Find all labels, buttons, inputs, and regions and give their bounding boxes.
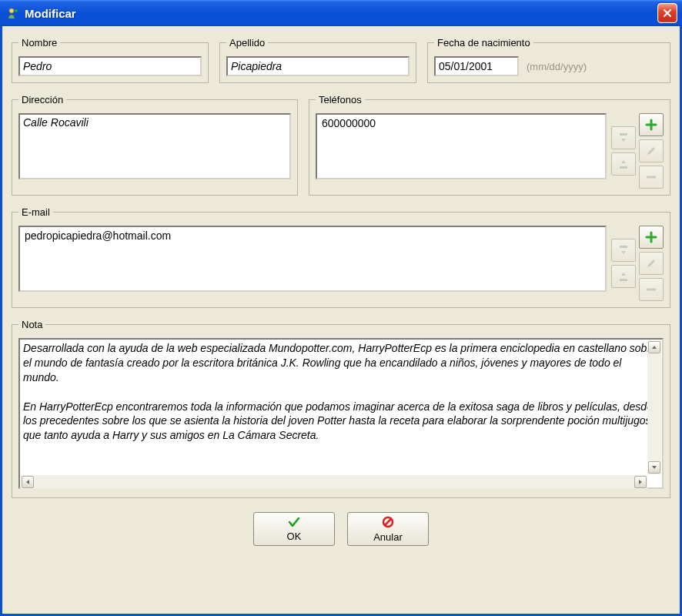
list-item[interactable]: 600000000 bbox=[320, 116, 602, 130]
group-apellido: Apellido bbox=[219, 37, 416, 83]
list-emails[interactable]: pedropicapiedra@hotmail.com bbox=[18, 226, 607, 292]
label-nombre: Nombre bbox=[18, 37, 60, 49]
group-fecha: Fecha de nacimiento (mm/dd/yyyy) bbox=[427, 37, 670, 83]
label-telefonos: Teléfonos bbox=[316, 94, 365, 105]
remove-button[interactable] bbox=[639, 166, 664, 189]
add-button[interactable] bbox=[639, 226, 664, 249]
group-direccion: Dirección bbox=[12, 94, 298, 196]
remove-button[interactable] bbox=[639, 278, 664, 301]
dialog-body: Nombre Apellido Fecha de nacimiento (mm/… bbox=[0, 26, 682, 616]
textarea-nota[interactable] bbox=[18, 338, 664, 489]
svg-rect-3 bbox=[620, 246, 627, 248]
group-nombre: Nombre bbox=[12, 37, 209, 83]
label-apellido: Apellido bbox=[226, 37, 268, 49]
cancel-label: Anular bbox=[373, 531, 403, 543]
app-icon bbox=[6, 6, 20, 20]
input-apellido[interactable] bbox=[226, 56, 410, 76]
svg-rect-1 bbox=[620, 133, 627, 136]
move-up-button[interactable] bbox=[611, 126, 636, 149]
textarea-direccion[interactable] bbox=[18, 113, 291, 179]
move-up-button[interactable] bbox=[611, 239, 636, 262]
check-icon bbox=[288, 517, 300, 530]
close-button[interactable] bbox=[657, 3, 677, 23]
hint-fecha: (mm/dd/yyyy) bbox=[527, 61, 587, 72]
horizontal-scrollbar[interactable] bbox=[21, 475, 647, 489]
list-item[interactable]: pedropicapiedra@hotmail.com bbox=[23, 229, 602, 243]
scroll-down-icon[interactable] bbox=[648, 461, 660, 474]
window-title: Modificar bbox=[25, 7, 657, 20]
edit-button[interactable] bbox=[639, 139, 664, 162]
cancel-button[interactable]: Anular bbox=[347, 512, 429, 546]
ok-label: OK bbox=[287, 531, 302, 542]
svg-rect-2 bbox=[620, 166, 627, 169]
input-fecha[interactable] bbox=[434, 56, 519, 76]
list-telefonos[interactable]: 600000000 bbox=[316, 113, 607, 179]
group-email: E-mail pedropicapiedra@hotmail.com bbox=[12, 206, 670, 308]
vertical-scrollbar[interactable] bbox=[647, 340, 661, 474]
svg-rect-4 bbox=[620, 279, 627, 281]
input-nombre[interactable] bbox=[18, 56, 202, 76]
group-telefonos: Teléfonos 600000000 bbox=[309, 94, 670, 196]
titlebar[interactable]: Modificar bbox=[0, 0, 682, 26]
add-button[interactable] bbox=[639, 113, 664, 136]
svg-point-0 bbox=[9, 8, 14, 13]
move-down-button[interactable] bbox=[611, 152, 636, 176]
label-nota: Nota bbox=[18, 319, 45, 330]
move-down-button[interactable] bbox=[611, 265, 636, 288]
label-fecha: Fecha de nacimiento bbox=[434, 37, 533, 49]
group-nota: Nota bbox=[12, 319, 670, 498]
scroll-right-icon[interactable] bbox=[634, 476, 647, 488]
scroll-up-icon[interactable] bbox=[648, 341, 660, 353]
prohibit-icon bbox=[382, 516, 394, 531]
ok-button[interactable]: OK bbox=[253, 512, 335, 546]
label-direccion: Dirección bbox=[18, 94, 66, 105]
label-email: E-mail bbox=[18, 206, 53, 218]
scroll-left-icon[interactable] bbox=[22, 476, 34, 488]
edit-button[interactable] bbox=[639, 252, 664, 275]
